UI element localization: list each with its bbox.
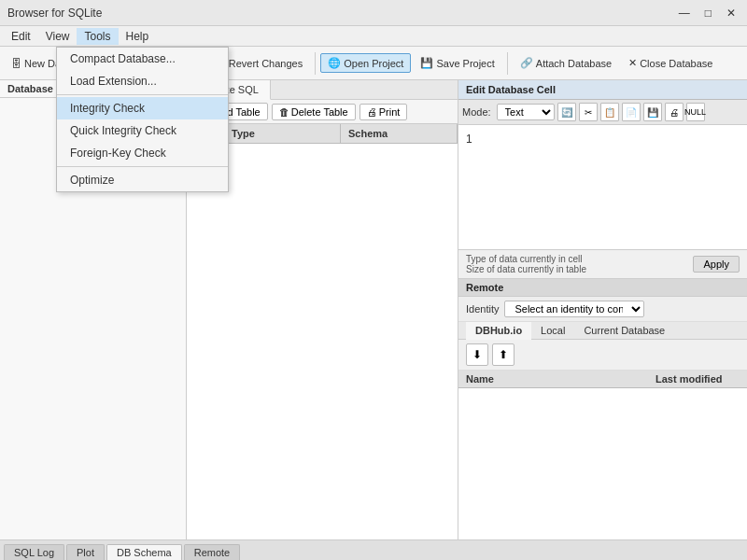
edit-icon-btn-5[interactable]: 💾 xyxy=(643,103,662,121)
bottom-tab-plot[interactable]: Plot xyxy=(66,544,105,560)
apply-button[interactable]: Apply xyxy=(693,256,740,273)
remote-col-name: Name xyxy=(466,373,655,385)
edit-panel-header: Edit Database Cell xyxy=(458,80,747,100)
menu-edit[interactable]: Edit xyxy=(4,28,38,45)
remote-tab-current-db[interactable]: Current Database xyxy=(574,322,674,339)
edit-toolbar: Mode: Text Hex Binary 🔄 ✂ 📋 📄 💾 🖨 NULL xyxy=(458,100,747,125)
new-database-icon: 🗄 xyxy=(11,58,21,69)
print-label: Print xyxy=(379,106,401,118)
menu-foreign-key-check[interactable]: Foreign-Key Check xyxy=(57,142,228,164)
attach-database-icon: 🔗 xyxy=(520,57,533,69)
menu-compact-database[interactable]: Compact Database... xyxy=(57,48,228,70)
edit-cell-content: 1 xyxy=(458,125,747,249)
edit-icon-btn-3[interactable]: 📋 xyxy=(600,103,619,121)
open-project-icon: 🌐 xyxy=(328,57,341,69)
toolbar-separator-2 xyxy=(315,52,316,75)
dropdown-separator-2 xyxy=(57,166,228,167)
remote-header: Remote xyxy=(458,279,747,297)
remote-upload-btn[interactable]: ⬆ xyxy=(492,343,514,366)
cell-value: 1 xyxy=(466,133,472,146)
remote-table-header: Name Last modified xyxy=(458,371,747,388)
edit-panel-footer: Type of data currently in cell Size of d… xyxy=(458,249,747,278)
menu-optimize[interactable]: Optimize xyxy=(57,169,228,191)
type-label: Type of data currently in cell xyxy=(466,254,586,264)
dropdown-separator-1 xyxy=(57,94,228,95)
save-project-button[interactable]: 💾 Save Project xyxy=(413,53,501,73)
maximize-button[interactable]: □ xyxy=(701,7,715,20)
identity-label: Identity xyxy=(466,303,499,315)
menu-load-extension[interactable]: Load Extension... xyxy=(57,70,228,92)
col-header-type: Type xyxy=(224,124,341,143)
close-database-button[interactable]: ✕ Close Database xyxy=(621,53,720,73)
close-button[interactable]: ✕ xyxy=(723,7,740,20)
toolbar-separator-3 xyxy=(507,52,508,75)
edit-footer-labels: Type of data currently in cell Size of d… xyxy=(466,254,586,274)
save-project-label: Save Project xyxy=(436,58,494,69)
attach-database-button[interactable]: 🔗 Attach Database xyxy=(513,53,619,73)
menu-view[interactable]: View xyxy=(38,28,78,45)
remote-subtoolbar: ⬇ ⬆ xyxy=(458,340,747,371)
remote-tab-local[interactable]: Local xyxy=(531,322,574,339)
open-project-label: Open Project xyxy=(344,58,403,69)
edit-icon-btn-4[interactable]: 📄 xyxy=(622,103,641,121)
print-button[interactable]: 🖨 Print xyxy=(359,104,408,120)
remote-panel: Remote Identity Select an identity to co… xyxy=(458,278,747,539)
close-database-label: Close Database xyxy=(640,58,712,69)
print-icon: 🖨 xyxy=(367,106,377,118)
size-label: Size of data currently in table xyxy=(466,264,586,274)
edit-icon-btn-2[interactable]: ✂ xyxy=(579,103,598,121)
bottom-tab-db-schema[interactable]: DB Schema xyxy=(106,544,182,560)
remote-col-lastmodified: Last modified xyxy=(655,373,740,385)
bottom-tab-sql-log[interactable]: SQL Log xyxy=(4,544,64,560)
identity-select[interactable]: Select an identity to connect xyxy=(504,301,644,317)
open-project-button[interactable]: 🌐 Open Project xyxy=(320,53,411,73)
menu-help[interactable]: Help xyxy=(119,28,157,45)
bottom-tabs: SQL Log Plot DB Schema Remote xyxy=(0,539,747,560)
delete-table-button[interactable]: 🗑 Delete Table xyxy=(272,104,356,120)
edit-icon-btn-6[interactable]: 🖨 xyxy=(665,103,684,121)
minimize-button[interactable]: — xyxy=(675,7,694,20)
delete-table-label: Delete Table xyxy=(291,106,348,118)
remote-table-content xyxy=(458,388,747,539)
bottom-tab-remote[interactable]: Remote xyxy=(184,544,241,560)
remote-tab-dbhub[interactable]: DBHub.io xyxy=(466,322,531,340)
save-project-icon: 💾 xyxy=(420,57,433,69)
revert-changes-label: Revert Changes xyxy=(229,58,303,69)
edit-icon-btn-1[interactable]: 🔄 xyxy=(557,103,576,121)
app-title: Browser for SQLite xyxy=(7,7,102,20)
mode-label: Mode: xyxy=(462,106,491,118)
title-bar: Browser for SQLite — □ ✕ xyxy=(0,0,747,26)
window-controls: — □ ✕ xyxy=(675,7,740,20)
menu-bar: Edit View Tools Help xyxy=(0,26,747,47)
menu-integrity-check[interactable]: Integrity Check xyxy=(57,97,228,119)
col-header-schema: Schema xyxy=(341,124,458,143)
tools-dropdown-menu: Compact Database... Load Extension... In… xyxy=(56,47,229,192)
attach-database-label: Attach Database xyxy=(536,58,612,69)
remote-tabs: DBHub.io Local Current Database xyxy=(458,322,747,340)
mode-select[interactable]: Text Hex Binary xyxy=(497,104,555,120)
close-database-icon: ✕ xyxy=(628,57,637,69)
delete-table-icon: 🗑 xyxy=(279,106,289,118)
edit-database-cell-panel: Edit Database Cell Mode: Text Hex Binary… xyxy=(458,80,747,539)
edit-icon-btn-null[interactable]: NULL xyxy=(686,103,705,121)
remote-identity-row: Identity Select an identity to connect xyxy=(458,297,747,322)
menu-tools[interactable]: Tools xyxy=(77,28,118,45)
menu-quick-integrity-check[interactable]: Quick Integrity Check xyxy=(57,119,228,142)
remote-download-btn[interactable]: ⬇ xyxy=(466,343,488,366)
